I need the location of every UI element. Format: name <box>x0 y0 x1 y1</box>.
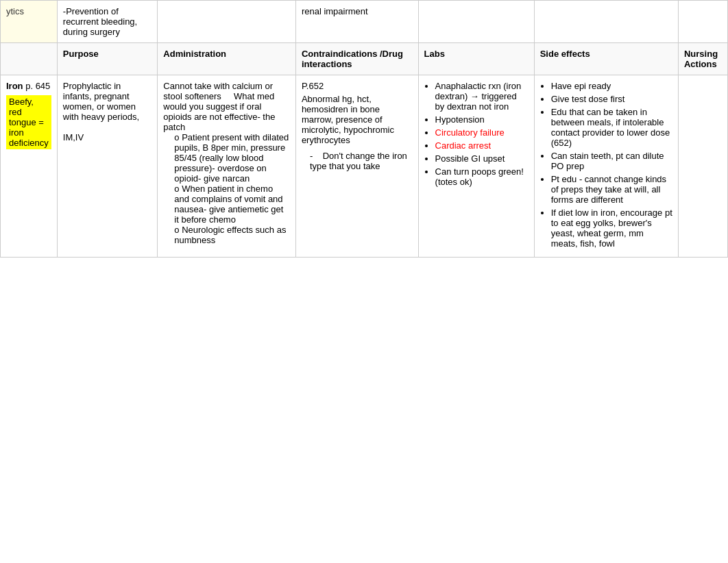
cell-ytics: ytics <box>1 1 58 43</box>
renal-text: renal impairment <box>302 6 368 16</box>
iron-admin-list: Patient present with dilated pupils, B 8… <box>163 132 290 245</box>
cell-admin-top <box>158 1 296 43</box>
admin-item-2: When patient in chemo and complains of v… <box>174 184 290 225</box>
admin-item-1: Patient present with dilated pupils, B 8… <box>174 132 290 184</box>
cell-iron-purpose: Prophylactic in infants, pregnant women,… <box>57 75 158 258</box>
cell-nursing-top <box>678 1 727 43</box>
header-nursing-actions: Nursing Actions <box>678 43 727 75</box>
side-item-anaphalactic: Anaphalactic rxn (iron dextran) → trigge… <box>435 81 529 112</box>
cell-iron-nursing: Have epi ready Give test dose first Edu … <box>534 75 678 258</box>
side-item-poops: Can turn poops green! (totes ok) <box>435 166 529 187</box>
cell-side-top <box>534 1 678 43</box>
nursing-item-teeth: Can stain teeth, pt can dilute PO prep <box>551 151 672 171</box>
iron-highlight-text: Beefy, red tongue = iron deficiency <box>9 97 49 148</box>
iron-page: p. 645 <box>25 81 50 91</box>
header-empty <box>1 43 58 75</box>
iron-admin-intro: Cannot take with calcium or stool soften… <box>163 81 275 132</box>
labs-item-1: Abnormal hg, hct, hemosidren in bone mar… <box>302 94 394 145</box>
admin-item-3: Neurologic effects such as numbness <box>174 225 290 245</box>
cell-iron-admin: Cannot take with calcium or stool soften… <box>158 75 296 258</box>
cell-iron-label: Iron p. 645 Beefy, red tongue = iron def… <box>1 75 58 258</box>
nursing-actions-list: Have epi ready Give test dose first Edu … <box>540 81 672 249</box>
side-item-gi: Possible GI upset <box>435 153 529 164</box>
ytics-label: ytics <box>6 6 24 16</box>
prevention-text: -Prevention of recurrent bleeding, durin… <box>63 6 137 37</box>
side-item-hypotension: Hypotension <box>435 114 529 125</box>
cell-renal: renal impairment <box>295 1 418 43</box>
nursing-item-preps: Pt edu - cannot change kinds of preps th… <box>551 174 672 205</box>
header-purpose: Purpose <box>57 43 158 75</box>
header-contraindications: Contraindications /Drug interactions <box>295 43 418 75</box>
cell-iron-side-effects: Anaphalactic rxn (iron dextran) → trigge… <box>418 75 534 258</box>
nursing-item-epi: Have epi ready <box>551 81 672 91</box>
cell-iron-labs: P.652 Abnormal hg, hct, hemosidren in bo… <box>295 75 418 258</box>
cell-prevention: -Prevention of recurrent bleeding, durin… <box>57 1 158 43</box>
nursing-item-meals: Edu that can be taken in between meals, … <box>551 107 672 148</box>
nursing-item-diet: If diet low in iron, encourage pt to eat… <box>551 208 672 249</box>
header-administration: Administration <box>158 43 296 75</box>
labs-page: P.652 <box>302 81 413 91</box>
cell-labs-top <box>418 1 534 43</box>
iron-drug-info: Iron p. 645 <box>6 81 51 91</box>
side-effects-list: Anaphalactic rxn (iron dextran) → trigge… <box>424 81 529 187</box>
header-side-effects: Side effects <box>534 43 678 75</box>
nursing-item-test-dose: Give test dose first <box>551 94 672 104</box>
iron-highlight-box: Beefy, red tongue = iron deficiency <box>6 95 51 149</box>
labs-dash: - Don't change the iron type that you ta… <box>302 151 413 171</box>
iron-purpose-text: Prophylactic in infants, pregnant women,… <box>63 81 139 142</box>
side-item-circulatory: Circulatory failure <box>435 127 529 138</box>
dash-prefix: - <box>310 151 320 161</box>
header-labs: Labs <box>418 43 534 75</box>
side-item-cardiac: Cardiac arrest <box>435 140 529 151</box>
iron-name: Iron <box>6 81 23 91</box>
labs-items: Abnormal hg, hct, hemosidren in bone mar… <box>302 94 413 145</box>
